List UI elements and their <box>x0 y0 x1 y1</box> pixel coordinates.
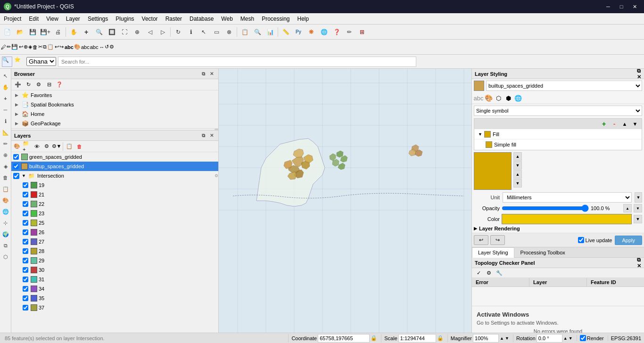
edit-tool[interactable]: ✏ <box>7 44 11 50</box>
symbol-add-layer-button[interactable]: + <box>599 119 609 129</box>
browser-collapse-button[interactable]: ⊟ <box>44 80 54 90</box>
digitize-button[interactable]: ✏ <box>343 26 355 38</box>
filter-layer-by-expr-button[interactable]: ⚙▼ <box>52 142 61 151</box>
add-feature-button[interactable]: ⊕ <box>24 44 28 50</box>
left-tool-style[interactable]: 🎨 <box>0 195 11 205</box>
menu-edit[interactable]: Edit <box>25 15 42 23</box>
layer-checkbox-25[interactable] <box>23 220 28 226</box>
left-tool-zoom-in[interactable]: + <box>0 93 11 104</box>
menu-project[interactable]: Project <box>0 15 25 23</box>
magnifier-up[interactable]: ▲ <box>500 336 504 341</box>
layer-checkbox-21[interactable] <box>23 192 28 197</box>
zoom-layer-button[interactable]: ⛶ <box>118 26 131 38</box>
menu-processing[interactable]: Processing <box>258 15 293 23</box>
open-attr-button[interactable]: 📋 <box>239 26 251 38</box>
browser-item-home[interactable]: ▶ 🏠 Home <box>11 109 218 119</box>
layer-group-intersection[interactable]: ▼ 📁 Intersection ⚙ <box>11 171 218 180</box>
paste-features-button[interactable]: 📋 <box>47 44 54 50</box>
left-tool-globe[interactable]: 🌍 <box>0 229 11 239</box>
color-swatch[interactable] <box>502 214 632 224</box>
statistics-button[interactable]: 📊 <box>264 26 276 38</box>
live-update-checkbox[interactable] <box>578 237 584 243</box>
styling-tab-4[interactable]: ⬢ <box>504 93 513 103</box>
symbol-move-up-button[interactable]: ▲ <box>620 119 629 129</box>
symbol-simple-fill-row[interactable]: Simple fill <box>474 139 642 150</box>
zoom-in-button[interactable]: + <box>80 26 92 38</box>
browser-add-button[interactable]: ➕ <box>13 80 23 90</box>
scroll-down2-button[interactable]: ▼ <box>513 179 522 188</box>
deselect-button[interactable]: ⊗ <box>223 26 235 38</box>
magnifier-down[interactable]: ▼ <box>505 336 509 341</box>
apply-button[interactable]: Apply <box>615 236 642 245</box>
menu-web[interactable]: Web <box>217 15 236 23</box>
browser-item-favorites[interactable]: ▶ ⭐ Favorites <box>11 90 218 100</box>
layer-item-green-spaces[interactable]: green_spaces_gridded <box>11 152 218 162</box>
left-tool-select[interactable]: ↖ <box>0 71 11 81</box>
digitize-tool[interactable]: 🖊 <box>1 44 6 50</box>
locate-button[interactable]: 🔍 <box>2 57 12 67</box>
layer-checkbox-34[interactable] <box>23 286 28 292</box>
layer-styling-float-button[interactable]: ⧉ <box>637 68 641 74</box>
unit-dropdown-arrow[interactable]: ▼ <box>635 192 642 203</box>
layer-item-21[interactable]: 21 <box>11 190 218 199</box>
layer-item-35[interactable]: 35 <box>11 294 218 303</box>
layer-item-22[interactable]: 22 <box>11 199 218 209</box>
bookmark-button[interactable]: ⭐ <box>14 57 25 67</box>
left-tool-zoom-out[interactable]: ─ <box>0 105 11 115</box>
layer-item-26[interactable]: 26 <box>11 228 218 237</box>
browser-close-button[interactable]: ✕ <box>208 70 215 78</box>
undo-button[interactable]: ↩ <box>55 44 59 50</box>
scroll-up2-button[interactable]: ▲ <box>513 170 522 179</box>
layer-checkbox-37[interactable] <box>23 305 28 310</box>
rotate-label-tool[interactable]: ↺ <box>105 44 109 50</box>
rollback-button[interactable]: ↩ <box>19 44 23 50</box>
left-tool-plugin1[interactable]: ⧉ <box>0 240 11 251</box>
remove-layer-button[interactable]: 🗑 <box>74 142 84 151</box>
opacity-down-button[interactable]: ▼ <box>634 204 642 212</box>
layer-checkbox-31[interactable] <box>23 277 28 282</box>
topology-float-button[interactable]: ⧉ <box>637 258 641 263</box>
layer-item-builtup-spaces[interactable]: builtup_spaces_gridded <box>11 162 218 171</box>
left-tool-delete[interactable]: 🗑 <box>0 172 11 183</box>
layer-checkbox-28[interactable] <box>23 248 28 254</box>
unit-dropdown[interactable]: Millimeters <box>503 192 632 203</box>
maximize-button[interactable]: □ <box>616 2 627 11</box>
add-group-button[interactable]: 📁+ <box>22 142 32 151</box>
minimize-button[interactable]: ─ <box>603 2 614 11</box>
layer-checkbox-23[interactable] <box>23 211 28 216</box>
zoom-prev-button[interactable]: ◁ <box>144 26 156 38</box>
symbol-remove-layer-button[interactable]: - <box>610 119 619 129</box>
topology-configure-button[interactable]: ⚙ <box>484 268 494 278</box>
left-tool-identify[interactable]: ℹ <box>0 116 11 126</box>
save-as-button[interactable]: 💾+ <box>39 26 51 38</box>
menu-view[interactable]: View <box>42 15 62 23</box>
layer-checkbox-22[interactable] <box>23 201 28 207</box>
styling-tab-1[interactable]: abc <box>474 93 483 103</box>
buffer-tool[interactable]: abc <box>81 44 90 50</box>
layers-close-button[interactable]: ✕ <box>208 132 215 139</box>
menu-mesh[interactable]: Mesh <box>237 15 258 23</box>
layer-checkbox-green-spaces[interactable] <box>13 154 19 160</box>
ls-undo-button[interactable]: ↩ <box>474 235 488 245</box>
open-attribute-table-button[interactable]: 📋 <box>65 142 74 151</box>
layer-item-37[interactable]: 37 <box>11 303 218 312</box>
manage-button[interactable]: ⊞ <box>356 26 368 38</box>
left-tool-coord[interactable]: ⊹ <box>0 218 11 228</box>
left-tool-pan[interactable]: ✋ <box>0 82 11 92</box>
layer-item-19[interactable]: 19 <box>11 180 218 190</box>
browser-item-geopackage[interactable]: ▶ 📦 GeoPackage <box>11 119 218 128</box>
delete-selected-button[interactable]: 🗑 <box>33 44 38 50</box>
new-project-button[interactable]: 📄 <box>1 26 13 38</box>
layer-checkbox-29[interactable] <box>23 258 28 263</box>
identify-button[interactable]: 🔍 <box>251 26 264 38</box>
opacity-up-button[interactable]: ▲ <box>623 204 632 212</box>
manage-map-themes-button[interactable]: 👁 <box>32 142 41 151</box>
select-button[interactable]: ↖ <box>198 26 210 38</box>
browser-filter-button[interactable]: ⚙ <box>34 80 43 90</box>
coordinate-input[interactable] <box>318 334 370 343</box>
move-label-tool[interactable]: ↔ <box>99 44 104 50</box>
info-button[interactable]: ℹ <box>185 26 197 38</box>
layer-styling-close-button[interactable]: ✕ <box>637 74 641 80</box>
render-checkbox[interactable] <box>580 335 586 341</box>
browser-help-button[interactable]: ❓ <box>55 80 64 90</box>
